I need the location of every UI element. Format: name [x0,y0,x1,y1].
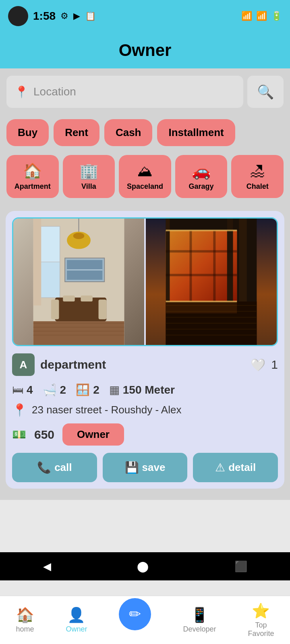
svg-rect-28 [166,250,237,253]
area-value: 150 Meter [123,384,175,396]
nav-developer[interactable]: 📱 Developer [183,607,216,634]
type-spaceland[interactable]: ⛰ Spaceland [119,155,171,198]
android-nav-bar: ◀ ⬤ ⬛ [0,552,290,580]
back-icon[interactable]: ◀ [43,560,51,573]
property-specs: 🛏 4 🛁 2 🪟 2 ▦ 150 Meter [12,383,278,396]
owner-nav-label: Owner [66,625,87,634]
status-bar: 1:58 ⚙ ▶ 📋 📶 📶 🔋 [0,0,290,32]
area-spec: ▦ 150 Meter [109,383,175,396]
clipboard-icon: 📋 [85,11,96,21]
location-pin-icon: 📍 [14,85,29,99]
property-card: A department 🤍 1 🛏 4 🛁 2 🪟 2 ▦ 150 Meter [6,211,284,489]
save-button[interactable]: 💾 save [103,453,188,482]
recents-icon[interactable]: ⬛ [234,560,247,573]
property-images [12,217,278,346]
type-villa[interactable]: 🏢 Villa [63,155,115,198]
money-icon: 💵 [12,428,26,441]
area-icon: ▦ [109,383,120,396]
detail-button[interactable]: ⚠ detail [193,453,278,482]
svg-rect-30 [190,230,192,301]
status-left: 1:58 ⚙ ▶ 📋 [8,6,96,26]
nav-top-favorite[interactable]: ⭐ TopFavorite [248,603,274,638]
room-count: 2 [93,384,99,396]
filter-buy[interactable]: Buy [6,119,49,146]
svg-rect-18 [81,295,92,301]
status-time: 1:58 [33,10,56,23]
room-spec: 🪟 2 [76,383,99,396]
image-industrial-room [146,219,277,345]
spaceland-label: Spaceland [127,182,163,191]
svg-rect-17 [63,295,75,301]
spaceland-icon: ⛰ [137,163,153,180]
chalet-label: Chalet [246,182,269,191]
garagy-label: Garagy [189,182,214,191]
bottom-nav: 🏠 home 👤 Owner ✏ 📱 Developer ⭐ TopFavori… [0,596,290,644]
save-icon: 💾 [125,461,139,474]
type-apartment[interactable]: 🏠 Apartment [6,155,59,198]
app-header: Owner [0,32,290,68]
apartment-label: Apartment [14,182,51,191]
chalet-icon: 🏖 [250,163,265,180]
svg-rect-9 [33,321,124,345]
call-button[interactable]: 📞 call [12,453,97,482]
page-title: Owner [119,41,172,60]
fab-button[interactable]: ✏ [119,598,151,630]
type-chalet[interactable]: 🏖 Chalet [231,155,284,198]
address-pin-icon: 📍 [12,403,27,417]
developer-nav-label: Developer [183,625,216,634]
property-type-icon: A [12,353,35,376]
svg-rect-39 [166,301,237,313]
home-android-icon[interactable]: ⬤ [137,560,149,573]
camera-icon [8,6,28,26]
bathroom-count: 2 [60,384,66,396]
bedroom-count: 4 [27,384,33,396]
action-buttons: 📞 call 💾 save ⚠ detail [12,453,278,482]
fab-icon: ✏ [129,606,141,623]
developer-nav-icon: 📱 [191,607,209,623]
nav-home[interactable]: 🏠 home [16,607,34,634]
bed-icon: 🛏 [12,383,23,396]
svg-point-8 [73,233,84,239]
settings-icon: ⚙ [60,11,68,21]
filter-rent[interactable]: Rent [54,119,99,146]
bath-icon: 🛁 [43,383,57,396]
heart-icon[interactable]: 🤍 [251,358,265,372]
filter-installment[interactable]: Installment [157,119,235,146]
address-text: 23 naser street - Roushdy - Alex [32,404,181,416]
search-button[interactable]: 🔍 [247,76,284,108]
like-count: 1 [271,358,278,372]
owner-badge[interactable]: Owner [62,423,124,446]
svg-rect-24 [166,230,237,301]
search-placeholder: Location [33,85,76,98]
property-type-row: 🏠 Apartment 🏢 Villa ⛰ Spaceland 🚗 Garagy… [0,152,290,205]
property-name-row: A department 🤍 1 [12,353,278,376]
svg-rect-4 [38,262,60,297]
type-garagy[interactable]: 🚗 Garagy [175,155,228,198]
garagy-icon: 🚗 [192,162,211,180]
bathroom-spec: 🛁 2 [43,383,66,396]
save-label: save [142,461,166,474]
wifi-icon: 📶 [241,11,252,21]
villa-icon: 🏢 [79,162,98,180]
favorite-nav-label: TopFavorite [248,621,274,638]
battery-icon: 🔋 [271,11,282,21]
apartment-icon: 🏠 [23,162,42,180]
filter-pills-row: Buy Rent Cash Installment [0,115,290,152]
address-row: 📍 23 naser street - Roushdy - Alex [12,403,278,417]
svg-rect-29 [166,274,237,276]
filter-cash[interactable]: Cash [104,119,153,146]
search-section: 📍 Location 🔍 [0,68,290,115]
property-name: department [40,358,106,372]
svg-rect-15 [51,299,59,319]
nav-owner[interactable]: 👤 Owner [66,607,87,634]
search-bar[interactable]: 📍 Location [6,76,243,108]
svg-rect-16 [99,299,107,319]
room-icon: 🪟 [76,383,90,396]
play-icon: ▶ [73,11,80,21]
svg-rect-5 [33,219,41,305]
bedroom-spec: 🛏 4 [12,383,33,396]
magnify-icon: 🔍 [257,84,274,100]
detail-icon: ⚠ [215,461,225,474]
price-value: 650 [34,428,54,442]
phone-icon: 📞 [37,461,51,474]
